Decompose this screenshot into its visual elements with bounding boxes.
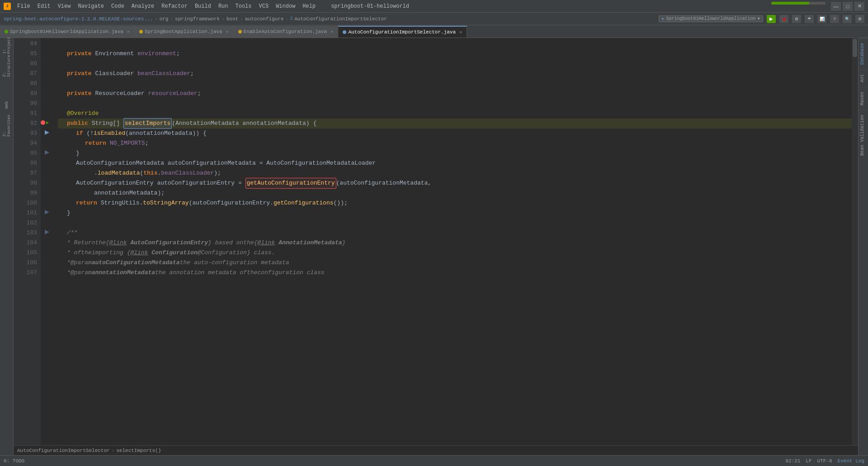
main-content: 1: Project Z: Structure Web 2: Favorites… xyxy=(0,38,868,455)
debug-arrow-95 xyxy=(45,150,49,155)
scroll-bar[interactable] xyxy=(852,38,858,445)
comment-paramname-106: autoConfigurationMetadata xyxy=(92,258,180,268)
code-line-87: private ClassLoader beanClassLoader ; xyxy=(58,69,852,79)
settings-gear[interactable]: ⚙ xyxy=(855,15,864,23)
statusbar-encoding[interactable]: UTF-8 xyxy=(817,458,832,464)
class-icon: C xyxy=(290,16,293,21)
code-line-89: private ResourceLoader resourceLoader ; xyxy=(58,89,852,99)
help-button[interactable]: ? xyxy=(830,15,839,23)
code-scroll-area[interactable]: 84 85 86 87 88 89 90 91 92 93 94 95 96 9… xyxy=(14,38,858,445)
tab-enableautoconfiguration[interactable]: EnableAutoConfiguration.java ✕ xyxy=(234,26,339,38)
gutter-95 xyxy=(41,147,53,157)
kw-private-87: private xyxy=(67,69,92,79)
comment-class-104: AutoConfigurationEntry xyxy=(130,238,208,248)
linenum-86: 86 xyxy=(14,59,37,69)
breadcrumb-springframework[interactable]: springframework xyxy=(175,16,220,22)
code-line-97: . loadMetadata ( this . beanClassLoader … xyxy=(58,168,852,178)
menu-refactor[interactable]: Refactor xyxy=(159,2,190,10)
sidebar-web-icon[interactable]: Web xyxy=(2,100,12,110)
sidebar-structure-icon[interactable]: Z: Structure xyxy=(2,61,12,71)
app-icon: J xyxy=(4,3,11,10)
paren-close-92: ) xyxy=(306,119,310,128)
breakpoint-92[interactable] xyxy=(41,120,45,125)
run-config-name: Springboot01HelloworldApplication xyxy=(666,16,756,21)
menu-analyze[interactable]: Analyze xyxy=(129,2,157,10)
close-button[interactable]: ✕ xyxy=(854,2,864,11)
run-config-selector[interactable]: ▶ Springboot01HelloworldApplication ▼ xyxy=(659,15,763,22)
comment-link-104: @link xyxy=(109,238,127,248)
breadcrumb-class[interactable]: C AutoConfigurationImportSelector xyxy=(290,16,387,22)
menu-vcs[interactable]: VCS xyxy=(256,2,272,10)
breadcrumb-bar: spring-boot-autoconfigure-2.2.0.RELEASE-… xyxy=(0,13,868,25)
tab-dot-yellow2 xyxy=(238,30,242,33)
run-button[interactable]: ▶ xyxy=(767,15,776,23)
tab-dot-yellow1 xyxy=(139,30,143,33)
search-button[interactable]: 🔍 xyxy=(843,15,852,23)
code-line-98: AutoConfigurationEntry autoConfiguration… xyxy=(58,178,852,188)
tab-close-2[interactable]: ✕ xyxy=(226,29,229,34)
linenum-103: 103 xyxy=(14,228,37,238)
tab-springboot-app[interactable]: Springboot01HelloworldApplication.java ✕ xyxy=(0,26,135,38)
menu-tools[interactable]: Tools xyxy=(233,2,255,10)
titlebar-controls: — □ ✕ xyxy=(771,2,864,11)
tab-close-4[interactable]: ✕ xyxy=(459,29,462,35)
type-autoconfigentry-98: AutoConfigurationEntry xyxy=(76,178,154,188)
menu-window[interactable]: Window xyxy=(273,2,298,10)
paren-close-100: ()); xyxy=(334,198,348,208)
menu-run[interactable]: Run xyxy=(216,2,231,10)
gutter-88 xyxy=(41,78,53,88)
menu-edit[interactable]: Edit xyxy=(35,2,53,10)
method-getautoconfig-98: getAutoConfigurationEntry xyxy=(247,180,335,186)
menu-help[interactable]: Help xyxy=(300,2,318,10)
tab-label-2: SpringBootApplication.java xyxy=(145,29,222,34)
brace-open-92: { xyxy=(313,119,316,128)
sidebar-ant[interactable]: Ant xyxy=(859,69,868,87)
linenum-85: 85 xyxy=(14,49,37,59)
linenum-89: 89 xyxy=(14,89,37,99)
breadcrumb-sep1: › xyxy=(155,16,158,22)
code-line-86 xyxy=(58,59,852,69)
profile-button[interactable]: 📊 xyxy=(817,15,826,23)
menu-code[interactable]: Code xyxy=(108,2,127,10)
gutter-107 xyxy=(41,267,53,277)
sidebar-bean-validation[interactable]: Bean Validation xyxy=(859,110,868,160)
tab-close-1[interactable]: ✕ xyxy=(127,29,130,34)
code-lines[interactable]: private Environment environment ; privat… xyxy=(53,38,852,445)
svg-marker-2 xyxy=(45,210,49,214)
maximize-button[interactable]: □ xyxy=(843,2,853,11)
linenum-84: 84 xyxy=(14,39,37,49)
breadcrumb-sources[interactable]: spring-boot-autoconfigure-2.2.0.RELEASE-… xyxy=(4,16,153,22)
menu-build[interactable]: Build xyxy=(192,2,214,10)
breadcrumb-boot[interactable]: boot xyxy=(226,16,238,22)
code-line-106: * @param autoConfigurationMetadata the a… xyxy=(58,258,852,268)
semi-94: ; xyxy=(145,138,149,148)
coverage-button[interactable]: ☂ xyxy=(805,15,814,23)
gutter-105 xyxy=(41,247,53,257)
debug-button[interactable]: 🐞 xyxy=(779,15,788,23)
menu-file[interactable]: File xyxy=(14,2,33,10)
sidebar-favorites-icon[interactable]: 2: Favorites xyxy=(2,120,12,131)
tab-close-3[interactable]: ✕ xyxy=(330,29,333,34)
tab-springbootapp[interactable]: SpringBootApplication.java ✕ xyxy=(135,26,234,38)
statusbar-eventlog[interactable]: Event Log xyxy=(838,458,864,464)
sidebar-maven[interactable]: Maven xyxy=(859,87,868,110)
statusbar-lf[interactable]: LF xyxy=(806,458,811,464)
linenum-101: 101 xyxy=(14,208,37,218)
sidebar-database[interactable]: Database xyxy=(859,38,868,69)
method-loadmetadata-97: loadMetadata xyxy=(98,168,140,178)
tab-autoconfigimportselector[interactable]: AutoConfigurationImportSelector.java ✕ xyxy=(338,26,467,38)
build-button[interactable]: ⚙ xyxy=(792,15,801,23)
sidebar-project-icon[interactable]: 1: Project xyxy=(2,40,12,51)
svg-marker-3 xyxy=(45,230,49,234)
svg-marker-0 xyxy=(45,130,49,135)
gutter-85 xyxy=(41,48,53,58)
comment-105b: importing { xyxy=(92,248,131,258)
minimize-button[interactable]: — xyxy=(831,2,841,11)
linenum-98: 98 xyxy=(14,178,37,188)
menu-view[interactable]: View xyxy=(55,2,74,10)
breadcrumb-autoconfigure[interactable]: autoconfigure xyxy=(245,16,284,22)
breadcrumb-org[interactable]: org xyxy=(160,16,169,22)
menu-navigate[interactable]: Navigate xyxy=(75,2,107,10)
scroll-thumb[interactable] xyxy=(853,39,857,57)
gutter-97 xyxy=(41,167,53,177)
